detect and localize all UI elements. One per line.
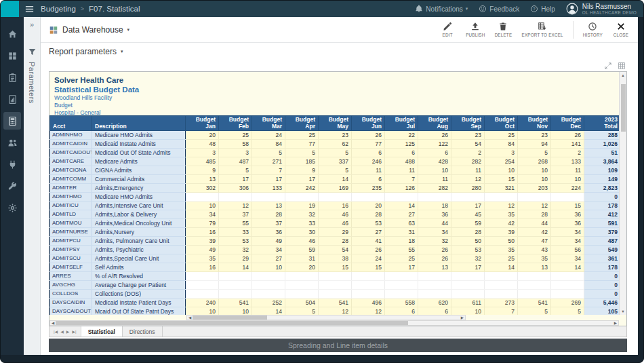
value-cell-feb[interactable] (219, 290, 252, 299)
value-cell-feb[interactable]: 37 (219, 210, 252, 219)
inner-hscroll-thumb[interactable] (193, 316, 267, 320)
value-cell-oct[interactable]: 50 (485, 237, 518, 246)
parameters-panel-label[interactable]: Parameters (28, 62, 36, 104)
value-cell-oct[interactable]: 25 (485, 254, 518, 263)
edit-button[interactable]: EDIT (439, 22, 456, 37)
value-cell-sep[interactable]: 53 (451, 246, 485, 254)
value-cell-sep[interactable]: 32 (451, 254, 485, 263)
value-cell-jul[interactable]: 558 (385, 299, 418, 307)
value-cell-dec[interactable]: 36 (551, 219, 584, 228)
value-cell-mar[interactable]: 28 (252, 210, 285, 219)
value-cell-may[interactable] (319, 193, 352, 202)
value-cell-oct[interactable] (485, 272, 518, 281)
value-cell-nov[interactable]: 268 (518, 157, 551, 166)
value-cell-feb[interactable]: 53 (219, 237, 252, 246)
value-cell-jul[interactable]: 7 (385, 175, 418, 184)
value-cell-sep[interactable]: 611 (451, 299, 485, 307)
value-cell-jan[interactable]: 49 (186, 246, 219, 254)
sidebar-item-home[interactable] (3, 25, 21, 43)
help-button[interactable]: ? Help (530, 5, 555, 13)
value-cell-jul[interactable]: 27 (385, 210, 418, 219)
value-cell-sep[interactable] (451, 193, 485, 202)
value-cell-may[interactable]: 46 (319, 210, 352, 219)
value-cell-apr[interactable]: 32 (285, 210, 319, 219)
value-cell-dec[interactable]: 34 (551, 237, 584, 246)
breadcrumb-parent[interactable]: Budgeting (41, 5, 76, 13)
value-cell-nov[interactable]: 5 (518, 149, 551, 157)
value-cell-jun[interactable]: 77 (352, 140, 385, 149)
sidebar-item-tasks[interactable] (3, 69, 21, 86)
value-cell-apr[interactable]: 242 (285, 184, 319, 193)
value-cell-sep[interactable] (451, 272, 485, 281)
value-cell-jul[interactable] (385, 281, 418, 290)
value-cell-jan[interactable]: 79 (186, 219, 219, 228)
value-cell-aug[interactable]: 26 (418, 131, 451, 140)
value-cell-sep[interactable]: 2 (451, 149, 485, 157)
value-cell-feb[interactable]: 14 (219, 263, 252, 272)
value-cell-jul[interactable]: 25 (385, 254, 418, 263)
value-cell-nov[interactable] (518, 290, 551, 299)
value-cell-sep[interactable]: 59 (451, 219, 485, 228)
value-cell-mar[interactable]: 24 (252, 131, 285, 140)
value-cell-jun[interactable]: 496 (352, 299, 385, 307)
value-cell-nov[interactable]: 13 (518, 263, 551, 272)
value-cell-sep[interactable]: 50 (451, 237, 485, 246)
value-cell-may[interactable] (319, 290, 352, 299)
value-cell-jun[interactable]: 235 (352, 184, 385, 193)
value-cell-dec[interactable] (551, 281, 584, 290)
value-cell-jan[interactable] (186, 281, 219, 290)
value-cell-dec[interactable]: 141 (551, 140, 584, 149)
value-cell-nov[interactable]: 12 (518, 202, 551, 210)
value-cell-feb[interactable]: 58 (219, 140, 252, 149)
value-cell-feb[interactable]: 10 (219, 307, 252, 316)
value-cell-may[interactable]: 169 (319, 184, 352, 193)
value-cell-oct[interactable] (485, 281, 518, 290)
value-cell-dec[interactable]: 14 (551, 263, 584, 272)
value-cell-feb[interactable]: 55 (219, 219, 252, 228)
value-cell-nov[interactable]: 43 (518, 246, 551, 254)
value-cell-nov[interactable]: 10 (518, 175, 551, 184)
value-cell-nov[interactable] (518, 281, 551, 290)
tab-nav-prev-icon[interactable]: ◀ (60, 329, 64, 334)
value-cell-feb[interactable]: 25 (219, 131, 252, 140)
value-cell-dec[interactable]: 269 (551, 299, 584, 307)
value-cell-jan[interactable] (186, 272, 219, 281)
value-cell-jul[interactable]: 11 (385, 166, 418, 175)
value-cell-mar[interactable] (252, 193, 285, 202)
tab-directions[interactable]: Directions (123, 326, 163, 337)
value-cell-dec[interactable]: 26 (551, 131, 584, 140)
value-cell-jan[interactable] (186, 290, 219, 299)
value-cell-may[interactable]: 15 (319, 263, 352, 272)
value-cell-jan[interactable]: 39 (186, 237, 219, 246)
value-cell-sep[interactable]: 11 (451, 166, 485, 175)
delete-button[interactable]: DELETE (494, 22, 512, 37)
value-cell-jan[interactable] (186, 193, 219, 202)
value-cell-may[interactable]: 23 (319, 131, 352, 140)
scroll-down-icon[interactable]: ▼ (621, 309, 624, 313)
value-cell-jan[interactable]: 3 (186, 149, 219, 157)
value-cell-oct[interactable]: 321 (485, 184, 518, 193)
value-cell-nov[interactable]: 28 (518, 210, 551, 219)
value-cell-dec[interactable]: 34 (551, 254, 584, 263)
value-cell-may[interactable]: 337 (319, 157, 352, 166)
value-cell-aug[interactable]: 6 (418, 307, 451, 316)
value-cell-oct[interactable] (485, 290, 518, 299)
value-cell-jun[interactable]: 11 (352, 166, 385, 175)
value-cell-may[interactable]: 29 (319, 228, 352, 237)
value-cell-sep[interactable]: 45 (451, 210, 485, 219)
value-cell-feb[interactable]: 12 (219, 202, 252, 210)
value-cell-oct[interactable]: 42 (485, 219, 518, 228)
value-cell-nov[interactable]: 44 (518, 219, 551, 228)
sidebar-item-modules[interactable] (3, 47, 21, 64)
value-cell-oct[interactable]: 14 (485, 263, 518, 272)
expand-icon[interactable] (604, 62, 612, 70)
value-cell-sep[interactable]: 28 (451, 228, 485, 237)
vertical-scrollbar[interactable]: ▲ ▼ (619, 72, 626, 315)
value-cell-dec[interactable]: 56 (551, 246, 584, 254)
grid-view-icon[interactable] (618, 62, 626, 70)
value-cell-jun[interactable]: 246 (352, 157, 385, 166)
value-cell-feb[interactable]: 487 (219, 157, 252, 166)
value-cell-aug[interactable]: 282 (418, 184, 451, 193)
value-cell-feb[interactable] (219, 281, 252, 290)
sidebar-item-assignments[interactable] (3, 134, 21, 151)
